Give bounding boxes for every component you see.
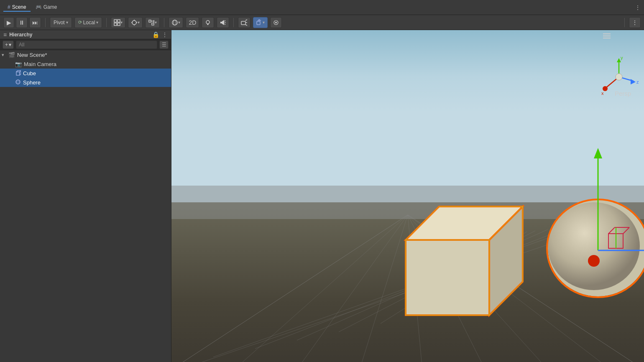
svg-marker-100	[406, 240, 489, 315]
sphere-arrow: ▾	[178, 20, 180, 25]
svg-point-31	[275, 22, 277, 23]
search-filter-btn[interactable]: ☰	[159, 41, 169, 49]
lights-btn[interactable]	[202, 17, 214, 28]
scene-expand-arrow: ▾	[2, 52, 8, 58]
pivot-dropdown[interactable]: Pivot ▾	[50, 17, 72, 28]
svg-point-137	[616, 74, 622, 80]
pivot-label: Pivot	[54, 20, 65, 25]
game-tab[interactable]: 🎮 Game	[31, 3, 61, 12]
svg-text:x: x	[601, 91, 604, 96]
svg-point-122	[588, 255, 600, 267]
pivot-arrow: ▾	[66, 20, 68, 25]
scene-root-item[interactable]: ▾ 🎬 New Scene* ⋮	[0, 50, 171, 59]
sep4	[233, 18, 234, 27]
hierarchy-menu-icon: ≡	[3, 31, 7, 38]
svg-point-116	[548, 202, 640, 290]
svg-rect-0	[114, 20, 117, 22]
hierarchy-header: ≡ Hierarchy 🔒 ⋮	[0, 30, 171, 39]
viewport[interactable]: ✋	[171, 30, 644, 362]
effects-arrow: ▾	[263, 20, 265, 25]
sphere-toggle[interactable]: ▾	[169, 17, 183, 28]
2d-button[interactable]: 2D	[186, 17, 199, 28]
camera-name: Main Camera	[24, 61, 169, 67]
add-arrow: ▾	[9, 42, 11, 48]
effects-btn[interactable]: ▾	[253, 17, 268, 28]
game-tab-label: Game	[43, 4, 57, 10]
play-button[interactable]: ▶	[3, 17, 14, 28]
snap-scale-btn[interactable]: ▾	[145, 17, 160, 28]
svg-rect-10	[152, 23, 154, 25]
sphere-name: Sphere	[23, 79, 169, 86]
svg-rect-23	[241, 21, 245, 25]
svg-rect-77	[171, 30, 644, 202]
scene-tab-label: Scene	[12, 4, 26, 10]
svg-rect-1	[118, 20, 120, 22]
svg-marker-19	[222, 20, 224, 25]
svg-text:y: y	[621, 55, 623, 60]
svg-rect-3	[118, 23, 120, 25]
step-button[interactable]: ⏭	[29, 17, 41, 28]
svg-point-15	[206, 20, 210, 24]
scene-tab[interactable]: # Scene	[3, 3, 31, 12]
render-mode-btn[interactable]	[238, 17, 250, 28]
main-toolbar: ▶ ⏸ ⏭ Pivot ▾ ⟳ Local ▾ ▾ ▾ ▾ ▾ 2D	[0, 15, 644, 30]
local-arrow: ▾	[96, 20, 98, 25]
add-label: +	[5, 42, 8, 48]
camera-icon: 📷	[15, 61, 22, 67]
svg-line-26	[245, 25, 247, 25]
svg-rect-18	[220, 22, 222, 23]
local-label: Local	[83, 20, 95, 25]
local-dropdown[interactable]: ⟳ Local ▾	[74, 17, 102, 28]
svg-rect-27	[257, 21, 260, 25]
audio-btn[interactable]	[217, 17, 229, 28]
scene-view[interactable]: ✋	[171, 30, 644, 362]
svg-rect-2	[114, 23, 117, 25]
pause-button[interactable]: ⏸	[16, 17, 28, 28]
tabs-more-btn[interactable]: ⋮	[635, 4, 641, 11]
sep2	[106, 18, 107, 27]
cube-3d-object	[406, 206, 523, 315]
scene-svg: y x z Persp	[171, 30, 644, 362]
svg-rect-32	[16, 72, 20, 75]
hierarchy-tree: ▾ 🎬 New Scene* ⋮ 📷 Main Camera Cube	[0, 50, 171, 362]
gizmos-btn[interactable]	[270, 17, 282, 28]
hierarchy-more-btn[interactable]: ⋮	[162, 31, 168, 38]
hierarchy-item-cube[interactable]: Cube	[0, 69, 171, 78]
cube-icon	[15, 70, 21, 77]
svg-text:z: z	[636, 79, 639, 84]
scene-icon: 🎬	[8, 52, 15, 58]
more-options-btn[interactable]: ⋮	[629, 17, 641, 28]
sep1	[45, 18, 46, 27]
add-object-btn[interactable]: + ▾	[3, 41, 14, 49]
snap-scale-arrow: ▾	[155, 20, 157, 25]
svg-point-37	[17, 80, 19, 84]
local-icon: ⟳	[78, 20, 82, 25]
snap-move-arrow: ▾	[138, 20, 140, 25]
cube-name: Cube	[23, 70, 169, 76]
svg-point-14	[174, 20, 176, 25]
game-tab-icon: 🎮	[36, 4, 42, 10]
sep5	[624, 18, 625, 27]
2d-label: 2D	[189, 19, 196, 26]
svg-point-4	[132, 20, 136, 25]
svg-point-36	[16, 80, 20, 84]
snap-move-btn[interactable]: ▾	[128, 17, 143, 28]
hierarchy-title: Hierarchy	[9, 32, 150, 38]
svg-line-22	[225, 24, 225, 25]
hierarchy-item-sphere[interactable]: Sphere	[0, 78, 171, 87]
scene-name: New Scene*	[17, 52, 164, 58]
hierarchy-lock-btn[interactable]: 🔒	[152, 31, 159, 38]
snap-arrow: ▾	[120, 20, 123, 25]
scene-tab-icon: #	[8, 4, 10, 10]
svg-point-13	[172, 20, 177, 25]
search-input[interactable]	[16, 41, 157, 49]
scene-settings-btn[interactable]	[603, 33, 611, 38]
sphere-icon	[15, 79, 21, 86]
hierarchy-item-camera[interactable]: 📷 Main Camera	[0, 59, 171, 69]
svg-rect-9	[149, 20, 151, 22]
sep3	[164, 18, 164, 27]
hierarchy-search-bar: + ▾ ☰	[0, 39, 171, 50]
persp-label: Persp	[615, 90, 631, 97]
snap-grid-btn[interactable]: ▾	[111, 17, 125, 28]
svg-line-24	[245, 20, 247, 20]
